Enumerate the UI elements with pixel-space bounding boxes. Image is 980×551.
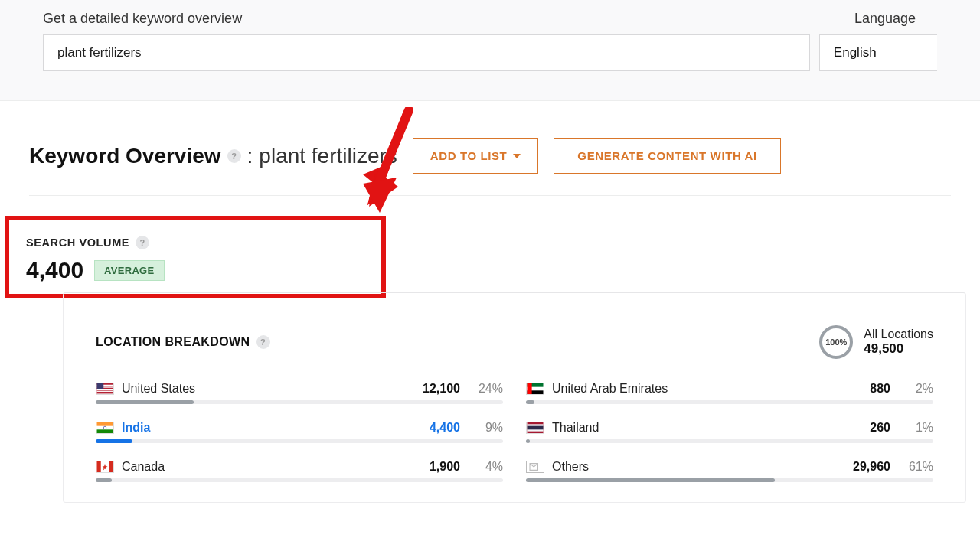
help-icon[interactable]: ? xyxy=(256,335,270,349)
location-value: 1,900 xyxy=(430,460,460,474)
location-percent: 1% xyxy=(904,421,933,435)
location-header-row: LOCATION BREAKDOWN ? 100% All Locations … xyxy=(96,325,933,359)
location-row-line: United Arab Emirates8802% xyxy=(526,382,933,396)
location-name: Thailand xyxy=(552,421,599,435)
add-to-list-label: ADD TO LIST xyxy=(430,149,508,162)
location-value: 260 xyxy=(870,421,890,435)
page-title-row: Keyword Overview ? : plant fertilizers A… xyxy=(29,138,951,174)
location-row-line: Thailand2601% xyxy=(526,421,933,435)
location-bar-track xyxy=(526,478,933,482)
location-row-line: Canada1,9004% xyxy=(96,460,503,474)
location-row-line: India4,4009% xyxy=(96,421,503,435)
title-colon: : xyxy=(247,144,253,168)
svg-rect-25 xyxy=(528,383,532,394)
language-select-label: Language xyxy=(854,11,916,27)
page-title: Keyword Overview ? : plant fertilizers xyxy=(29,144,397,168)
keyword-input[interactable] xyxy=(43,34,810,71)
location-bar-fill xyxy=(526,400,534,404)
search-volume-value-row: 4,400 AVERAGE xyxy=(26,257,364,283)
help-icon[interactable]: ? xyxy=(136,236,149,249)
location-value: 880 xyxy=(870,382,890,396)
svg-rect-19 xyxy=(97,461,101,472)
location-bar-fill xyxy=(96,478,112,482)
svg-rect-12 xyxy=(97,393,113,393)
page-title-subject: plant fertilizers xyxy=(259,144,397,168)
location-percent: 24% xyxy=(474,382,503,396)
svg-rect-16 xyxy=(97,429,113,433)
location-bar-track xyxy=(526,439,933,443)
location-name: India xyxy=(122,421,150,435)
search-band: Get a detailed keyword overview Language… xyxy=(0,0,980,101)
location-percent: 2% xyxy=(904,382,933,396)
location-name: United Arab Emirates xyxy=(552,382,668,396)
location-row[interactable]: United States12,10024% xyxy=(96,382,503,404)
all-locations-ring-text: 100% xyxy=(825,337,847,347)
keyword-input-label: Get a detailed keyword overview xyxy=(43,11,854,27)
flag-icon xyxy=(96,422,114,434)
generate-content-label: GENERATE CONTENT WITH AI xyxy=(577,149,756,162)
location-bar-track xyxy=(96,478,503,482)
all-locations-label: All Locations xyxy=(864,328,933,341)
location-row[interactable]: United Arab Emirates8802% xyxy=(526,382,933,404)
location-bar-track xyxy=(96,439,503,443)
all-locations-value: 49,500 xyxy=(864,341,933,357)
location-bar-fill xyxy=(96,439,132,443)
location-breakdown-heading: LOCATION BREAKDOWN ? xyxy=(96,335,270,349)
location-row-line: United States12,10024% xyxy=(96,382,503,396)
flag-icon xyxy=(96,461,114,473)
language-select[interactable]: English xyxy=(819,34,937,71)
flag-icon xyxy=(526,422,544,434)
location-value: 12,100 xyxy=(423,382,460,396)
location-row[interactable]: Thailand2601% xyxy=(526,421,933,443)
location-breakdown-panel: LOCATION BREAKDOWN ? 100% All Locations … xyxy=(63,292,966,503)
search-volume-value: 4,400 xyxy=(26,257,83,283)
svg-rect-10 xyxy=(97,389,113,390)
svg-marker-2 xyxy=(368,174,395,205)
all-locations-text: All Locations 49,500 xyxy=(864,328,933,357)
location-column-right: United Arab Emirates8802%Thailand2601%Ot… xyxy=(526,382,933,482)
svg-marker-4 xyxy=(369,171,398,207)
search-volume-badge: AVERAGE xyxy=(94,260,164,281)
location-percent: 4% xyxy=(474,460,503,474)
all-locations-ring-icon: 100% xyxy=(819,325,853,359)
location-percent: 9% xyxy=(474,421,503,435)
search-volume-card: SEARCH VOLUME ? 4,400 AVERAGE xyxy=(5,216,386,298)
page-title-text: Keyword Overview xyxy=(29,144,221,168)
location-row[interactable]: Others29,96061% xyxy=(526,460,933,482)
location-name: Canada xyxy=(122,460,165,474)
flag-icon xyxy=(96,383,114,395)
chevron-down-icon xyxy=(513,154,521,158)
location-row[interactable]: India4,4009% xyxy=(96,421,503,443)
help-icon[interactable]: ? xyxy=(227,149,241,163)
location-value: 4,400 xyxy=(430,421,460,435)
location-bar-fill xyxy=(96,400,194,404)
divider xyxy=(29,195,951,196)
location-bar-fill xyxy=(526,439,530,443)
svg-rect-20 xyxy=(109,461,113,472)
location-value: 29,960 xyxy=(853,460,890,474)
location-breakdown-heading-text: LOCATION BREAKDOWN xyxy=(96,335,250,349)
location-columns: United States12,10024%India4,4009%Canada… xyxy=(96,382,933,482)
search-volume-heading: SEARCH VOLUME ? xyxy=(26,236,364,249)
location-bar-fill xyxy=(526,478,775,482)
generate-content-button[interactable]: GENERATE CONTENT WITH AI xyxy=(554,138,780,174)
search-volume-heading-text: SEARCH VOLUME xyxy=(26,236,129,249)
location-name: Others xyxy=(552,460,589,474)
location-row[interactable]: Canada1,9004% xyxy=(96,460,503,482)
location-column-left: United States12,10024%India4,4009%Canada… xyxy=(96,382,503,482)
svg-rect-13 xyxy=(97,383,104,389)
svg-marker-3 xyxy=(368,174,395,205)
svg-rect-28 xyxy=(528,426,544,430)
field-labels: Get a detailed keyword overview Language xyxy=(43,11,937,27)
svg-rect-15 xyxy=(97,422,113,426)
svg-rect-11 xyxy=(97,391,113,392)
content-area: Keyword Overview ? : plant fertilizers A… xyxy=(0,138,980,503)
add-to-list-button[interactable]: ADD TO LIST xyxy=(413,138,539,174)
field-row: English xyxy=(43,34,937,71)
flag-icon xyxy=(526,383,544,395)
all-locations-block: 100% All Locations 49,500 xyxy=(819,325,933,359)
location-row-line: Others29,96061% xyxy=(526,460,933,474)
location-bar-track xyxy=(526,400,933,404)
language-select-value: English xyxy=(834,45,877,60)
flag-icon xyxy=(526,461,544,473)
